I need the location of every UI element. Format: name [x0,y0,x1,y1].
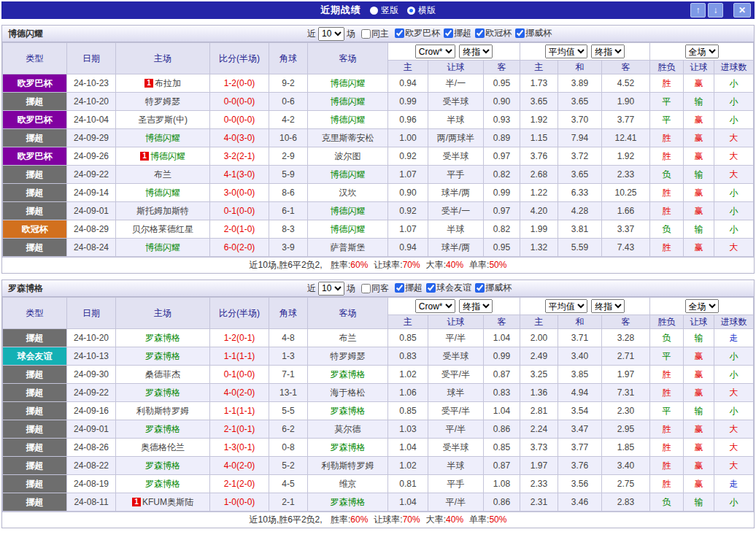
away-team-cell[interactable]: 特罗姆瑟 [308,347,388,366]
score-cell[interactable]: 1-1(1-1) [210,347,269,366]
away-team-cell[interactable]: 罗森博格 [308,366,388,384]
score-cell[interactable]: 1-3(0-1) [210,439,269,457]
score-cell[interactable]: 0-0(0-0) [210,93,269,111]
league-filter-挪威杯[interactable]: 挪威杯 [515,27,552,39]
away-team-cell[interactable]: 博德闪耀 [308,74,388,93]
match-count-select[interactable]: 10 [318,282,344,296]
date-cell: 24-09-22 [67,384,116,402]
league-filter-checkbox[interactable] [426,283,436,293]
home-team-cell[interactable]: 罗森博格 [116,457,210,475]
asia-odds-time-select[interactable]: 终指 [459,45,493,58]
away-team-cell[interactable]: 博德闪耀 [308,202,388,220]
result-scope-select[interactable]: 全场 [685,45,719,58]
europe-odds-time-select[interactable]: 终指 [591,299,625,313]
away-team-cell[interactable]: 莫尔德 [308,420,388,439]
score-cell[interactable]: 3-2(2-1) [210,147,269,166]
home-team-cell[interactable]: 罗森博格 [116,420,210,439]
away-team-cell[interactable]: 罗森博格 [308,439,388,457]
league-filter-挪威杯[interactable]: 挪威杯 [475,282,512,294]
europe-odds-source-select[interactable]: 平均值 [545,45,587,58]
home-team-cell[interactable]: 1KFUM奥斯陆 [116,493,210,512]
scroll-up-button[interactable]: ↑ [690,3,706,18]
score-cell[interactable]: 0-0(0-0) [210,111,269,129]
layout-radio-horizontal[interactable]: 横版 [407,4,436,17]
score-cell[interactable]: 2-1(0-1) [210,420,269,439]
same-venue-checkbox[interactable] [361,284,371,293]
away-team-cell[interactable]: 克里斯蒂安松 [308,129,388,147]
score-cell[interactable]: 2-1(2-0) [210,475,269,493]
away-team-cell[interactable]: 博德闪耀 [308,220,388,239]
same-venue-filter[interactable]: 同客 [361,282,389,295]
europe-odds-time-select[interactable]: 终指 [591,45,625,58]
home-team-cell[interactable]: 1博德闪耀 [116,147,210,166]
score-cell[interactable]: 1-1(1-1) [210,402,269,420]
away-team-cell[interactable]: 维京 [308,475,388,493]
radio-circle-icon[interactable] [407,7,415,15]
away-team-cell[interactable]: 波尔图 [308,147,388,166]
home-team-cell[interactable]: 贝尔格莱德红星 [116,220,210,239]
away-team-cell[interactable]: 博德闪耀 [308,111,388,129]
home-team-cell[interactable]: 罗森博格 [116,347,210,366]
home-team-cell[interactable]: 特罗姆瑟 [116,93,210,111]
asia-odds-time-select[interactable]: 终指 [459,299,493,313]
away-team-cell[interactable]: 汉坎 [308,184,388,202]
league-filter-挪超[interactable]: 挪超 [444,27,471,39]
home-team-cell[interactable]: 斯托姆加斯特 [116,202,210,220]
home-team-cell[interactable]: 罗森博格 [116,475,210,493]
close-button[interactable]: ✕ [733,3,751,18]
home-team-cell[interactable]: 桑德菲杰 [116,366,210,384]
scroll-down-button[interactable]: ↓ [708,3,723,18]
league-filter-checkbox[interactable] [515,28,525,38]
away-team-cell[interactable]: 萨普斯堡 [308,239,388,257]
away-team-cell[interactable]: 罗森博格 [308,402,388,420]
asia-odds-source-select[interactable]: Crow* [415,299,455,313]
score-cell[interactable]: 3-0(0-0) [210,184,269,202]
away-team-cell[interactable]: 利勒斯特罗姆 [308,457,388,475]
score-cell[interactable]: 0-1(0-0) [210,366,269,384]
score-cell[interactable]: 1-2(0-1) [210,329,269,347]
result-scope-select[interactable]: 全场 [685,299,719,313]
away-team-cell[interactable]: 博德闪耀 [308,93,388,111]
score-cell[interactable]: 6-0(2-0) [210,239,269,257]
league-filter-挪超[interactable]: 挪超 [395,282,423,294]
home-team-cell[interactable]: 博德闪耀 [116,184,210,202]
score-cell[interactable]: 4-0(2-0) [210,384,269,402]
score-cell[interactable]: 4-0(3-0) [210,129,269,147]
layout-radio-vertical[interactable]: 竖版 [370,4,398,17]
score-cell[interactable]: 4-0(2-0) [210,457,269,475]
match-row: 挪超 24-08-24 博德闪耀 6-0(2-0) 3-9 萨普斯堡 0.94 … [3,239,754,257]
away-team-cell[interactable]: 布兰 [308,329,388,347]
home-team-cell[interactable]: 罗森博格 [116,384,210,402]
league-filter-checkbox[interactable] [395,283,404,293]
away-team-cell[interactable]: 罗森博格 [308,493,388,512]
home-team-cell[interactable]: 利勒斯特罗姆 [116,402,210,420]
league-filter-checkbox[interactable] [444,28,453,38]
radio-circle-icon[interactable] [370,7,378,15]
league-filter-checkbox[interactable] [475,28,485,38]
home-team-cell[interactable]: 奥德格伦兰 [116,439,210,457]
home-team-cell[interactable]: 1布拉加 [116,74,210,93]
asia-odds-source-select[interactable]: Crow* [415,45,455,58]
league-filter-球会友谊[interactable]: 球会友谊 [426,282,471,294]
home-team-cell[interactable]: 圣吉罗斯(中) [116,111,210,129]
asia-away-cell: 0.86 [484,493,520,512]
score-cell[interactable]: 2-0(1-0) [210,220,269,239]
same-venue-checkbox[interactable] [361,29,371,39]
league-filter-欧罗巴杯[interactable]: 欧罗巴杯 [395,27,440,39]
score-cell[interactable]: 1-2(0-0) [210,74,269,93]
away-team-cell[interactable]: 博德闪耀 [308,166,388,184]
score-cell[interactable]: 4-1(3-0) [210,166,269,184]
home-team-cell[interactable]: 布兰 [116,166,210,184]
match-count-select[interactable]: 10 [318,27,344,41]
away-team-cell[interactable]: 海于格松 [308,384,388,402]
home-team-cell[interactable]: 博德闪耀 [116,129,210,147]
home-team-cell[interactable]: 博德闪耀 [116,239,210,257]
league-filter-checkbox[interactable] [395,28,404,38]
home-team-cell[interactable]: 罗森博格 [116,329,210,347]
same-venue-filter[interactable]: 同主 [361,28,389,40]
score-cell[interactable]: 0-1(0-0) [210,202,269,220]
europe-odds-source-select[interactable]: 平均值 [545,299,587,313]
score-cell[interactable]: 1-0(0-0) [210,493,269,512]
league-filter-欧冠杯[interactable]: 欧冠杯 [475,27,512,39]
league-filter-checkbox[interactable] [475,283,485,293]
